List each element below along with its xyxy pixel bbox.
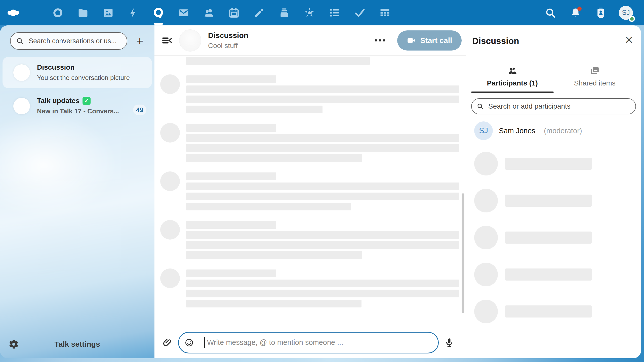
new-conversation-button[interactable]: + <box>132 33 148 49</box>
conversation-avatar <box>13 98 30 114</box>
shared-items-icon <box>590 66 600 76</box>
unified-search-button[interactable] <box>538 0 563 25</box>
paperclip-icon <box>163 338 173 348</box>
participant-row-sam-jones[interactable]: SJ Sam Jones (moderator) <box>471 121 636 140</box>
conversation-title: Talk updates ✓ <box>37 97 119 105</box>
app-notes[interactable] <box>247 0 272 25</box>
conversation-search-input[interactable] <box>10 32 127 50</box>
pencil-icon <box>254 8 264 18</box>
skeleton-message-bar <box>186 251 362 259</box>
app-files[interactable] <box>70 0 96 25</box>
skeleton-message-bar <box>186 280 459 287</box>
tab-participants[interactable]: Participants (1) <box>471 66 554 92</box>
conversation-avatar <box>13 64 30 81</box>
conversation-avatar <box>179 29 201 52</box>
table-grid-icon <box>379 7 390 18</box>
checkmark-icon <box>354 7 366 19</box>
app-dashboard[interactable] <box>45 0 70 25</box>
smiley-icon <box>185 338 194 347</box>
notifications-button[interactable] <box>563 0 588 25</box>
skeleton-name-bar <box>505 305 592 318</box>
conversation-menu-button[interactable] <box>370 34 390 47</box>
talk-settings-button[interactable]: Talk settings <box>28 340 154 348</box>
app-activity[interactable] <box>121 0 146 25</box>
avatar: SJ <box>474 121 493 140</box>
skeleton-message-bar <box>186 231 459 239</box>
skeleton-message-bar <box>186 75 276 83</box>
participants-loading-skeleton <box>471 152 636 324</box>
participants-icon <box>507 66 517 76</box>
contacts-book-icon <box>595 7 606 18</box>
scrollbar[interactable] <box>462 193 464 313</box>
skeleton-avatar <box>160 171 180 191</box>
search-icon <box>477 103 484 110</box>
app-talk[interactable] <box>146 0 171 25</box>
list-icon <box>329 7 340 18</box>
skeleton-participant-row <box>474 262 636 287</box>
collapse-sidebar-button[interactable] <box>162 35 173 46</box>
app-photos[interactable] <box>96 0 121 25</box>
video-camera-icon <box>407 36 416 45</box>
conversation-text: Talk updates ✓ New in Talk 17 - Convers.… <box>37 97 119 115</box>
conversation-list: Discussion You set the conversation pict… <box>0 57 154 122</box>
attach-file-button[interactable] <box>163 338 173 348</box>
sidebar-footer: Talk settings <box>0 330 154 358</box>
active-app-indicator <box>154 23 163 25</box>
participant-search <box>471 98 636 114</box>
app-checks[interactable] <box>347 0 372 25</box>
skeleton-avatar <box>474 300 498 323</box>
microphone-icon <box>444 338 454 348</box>
skeleton-participant-row <box>474 299 636 324</box>
search-icon <box>545 7 556 18</box>
app-contacts[interactable] <box>196 0 221 25</box>
skeleton-message-bar <box>186 96 459 103</box>
conversation-item-talk-updates[interactable]: Talk updates ✓ New in Talk 17 - Convers.… <box>3 90 152 122</box>
mail-icon <box>178 7 189 18</box>
chat-header: Discussion Cool stuff Start call <box>154 25 466 56</box>
emoji-picker-button[interactable] <box>185 338 194 347</box>
conversation-item-discussion[interactable]: Discussion You set the conversation pict… <box>3 57 152 88</box>
people-icon <box>203 7 215 19</box>
app-tables[interactable] <box>372 0 397 25</box>
skeleton-message-bar <box>186 203 351 210</box>
account-initials: SJ <box>622 9 630 17</box>
conversation-subtitle: New in Talk 17 - Convers... <box>37 107 119 115</box>
settings-gear-button[interactable] <box>0 339 28 349</box>
tab-label: Participants (1) <box>487 79 538 87</box>
app-calendar[interactable] <box>221 0 247 25</box>
chat-header-text: Discussion Cool stuff <box>208 31 248 50</box>
skeleton-participant-row <box>474 225 636 250</box>
voice-message-button[interactable] <box>444 338 454 348</box>
app-collectives[interactable] <box>297 0 322 25</box>
start-call-label: Start call <box>420 36 452 45</box>
message-input[interactable] <box>178 332 439 353</box>
conversation-title: Discussion <box>37 63 130 71</box>
text-caret <box>204 337 205 348</box>
app-deck[interactable] <box>272 0 297 25</box>
account-menu[interactable]: SJ <box>613 0 638 25</box>
details-title: Discussion <box>472 36 636 46</box>
tab-label: Shared items <box>574 79 616 87</box>
folder-icon <box>77 7 89 18</box>
participant-search-input[interactable] <box>471 98 636 114</box>
lightning-icon <box>128 7 139 18</box>
skeleton-message-bar <box>186 241 459 249</box>
participant-role: (moderator) <box>544 127 582 135</box>
skeleton-avatar <box>474 263 498 286</box>
contacts-menu-button[interactable] <box>588 0 613 25</box>
skeleton-avatar <box>160 268 180 288</box>
close-details-button[interactable]: ✕ <box>625 35 633 46</box>
skeleton-message-bar <box>186 144 459 152</box>
app-tasks[interactable] <box>322 0 347 25</box>
avatar: SJ <box>619 6 633 20</box>
start-call-button[interactable]: Start call <box>397 30 462 51</box>
skeleton-message-bar <box>186 269 276 277</box>
nextcloud-logo[interactable] <box>8 0 19 25</box>
skeleton-message-bar <box>186 134 459 142</box>
main-panel: Discussion Cool stuff Start call <box>154 25 641 358</box>
app-mail[interactable] <box>171 0 196 25</box>
skeleton-message-bar <box>186 106 323 113</box>
tab-shared-items[interactable]: Shared items <box>554 66 636 92</box>
dot <box>375 39 377 41</box>
skeleton-name-bar <box>505 268 592 281</box>
